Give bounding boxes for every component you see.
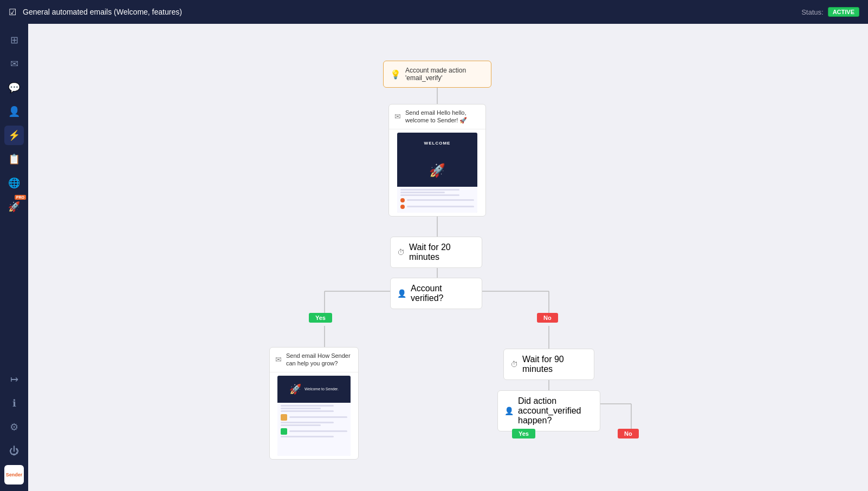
yes-badge-1[interactable]: Yes [309, 313, 332, 323]
wait-2-clock-icon: ⏱ [510, 360, 518, 369]
reports-icon: 📋 [8, 153, 20, 165]
info-icon: ℹ [12, 397, 16, 409]
sidebar-item-chat[interactable]: 💬 [4, 78, 24, 97]
email-preview-row-2 [400, 205, 474, 209]
import-icon: ↦ [10, 374, 18, 385]
email-1-preview-rocket: 🚀 [397, 154, 477, 187]
email-preview-circle-2 [400, 205, 405, 209]
condition-2-text: Did action account_verified happen? [518, 396, 593, 425]
email-2-line-4 [281, 422, 334, 423]
sidebar-item-info[interactable]: ℹ [4, 394, 24, 413]
automation-icon: ⚡ [8, 129, 20, 141]
dashboard-icon: ⊞ [10, 34, 18, 46]
sidebar-item-import[interactable]: ↦ [4, 370, 24, 389]
email-preview-row-line-2 [407, 206, 474, 207]
email-preview-row-line-1 [407, 199, 474, 201]
email-2-icon: ✉ [275, 355, 282, 364]
sidebar-item-globe[interactable]: 🌐 [4, 173, 24, 193]
sidebar-item-reports[interactable]: 📋 [4, 149, 24, 169]
email-1-preview-body [397, 187, 477, 213]
email-2-preview-header: 🚀 Welcome to Sender. [277, 376, 351, 403]
wait-1-node[interactable]: ⏱ Wait for 20 minutes [390, 237, 482, 268]
email-2-line-3 [281, 410, 334, 412]
condition-2-icon: 👤 [504, 407, 514, 415]
yes-badge-2[interactable]: Yes [512, 429, 535, 438]
email-1-icon: ✉ [394, 112, 401, 121]
topbar: ☑ General automated emails (Welcome, fea… [0, 0, 868, 24]
wait-2-text: Wait for 90 minutes [522, 355, 587, 374]
power-icon: ⏻ [9, 446, 19, 457]
email-2-icon-sq2 [281, 428, 287, 435]
pro-icon: 🚀 [8, 201, 20, 213]
sender-logo: Sender [4, 465, 24, 485]
email-icon: ✉ [10, 58, 18, 70]
topbar-logo-icon: ☑ [9, 7, 16, 17]
sidebar-item-automation[interactable]: ⚡ [4, 126, 24, 145]
email-2-line-5 [281, 424, 321, 426]
topbar-title: General automated emails (Welcome, featu… [23, 8, 182, 16]
sidebar-item-pro[interactable]: 🚀 [4, 197, 24, 217]
sidebar-bottom: ↦ ℹ ⚙ ⏻ Sender [4, 370, 24, 485]
email-preview-circle-1 [400, 198, 405, 202]
condition-1-text: Account verified? [411, 284, 475, 303]
sidebar: ⊞ ✉ 💬 👤 ⚡ 📋 🌐 🚀 ↦ ℹ ⚙ ⏻ Sender [0, 24, 28, 491]
wait-2-node[interactable]: ⏱ Wait for 90 minutes [503, 349, 594, 380]
contacts-icon: 👤 [8, 106, 20, 117]
email-2-preview: 🚀 Welcome to Sender. [277, 376, 351, 456]
condition-2-node[interactable]: 👤 Did action account_verified happen? [497, 390, 600, 431]
sidebar-item-power[interactable]: ⏻ [4, 441, 24, 461]
email-1-preview-title: WELCOME [397, 133, 477, 154]
send-email-2-header: ✉ Send email How Sender can help you gro… [270, 348, 358, 372]
email-2-preview-title: Welcome to Sender. [305, 387, 339, 391]
email-preview-line-2 [400, 192, 445, 193]
no-badge-2[interactable]: No [618, 429, 639, 438]
email-2-line-6 [281, 436, 334, 437]
flow-canvas: 💡 Account made action 'email_verify' ✉ S… [28, 24, 787, 491]
globe-icon: 🌐 [8, 177, 20, 189]
send-email-1-node[interactable]: ✉ Send email Hello hello, welcome to Sen… [388, 104, 486, 217]
email-2-line-2 [281, 408, 321, 409]
wait-1-text: Wait for 20 minutes [409, 243, 475, 262]
email-2-row-line-2 [289, 430, 347, 432]
settings-icon: ⚙ [10, 421, 18, 433]
send-email-2-text: Send email How Sender can help you grow? [286, 352, 353, 368]
email-preview-line-1 [400, 189, 459, 191]
sidebar-item-dashboard[interactable]: ⊞ [4, 30, 24, 50]
send-email-1-header: ✉ Send email Hello hello, welcome to Sen… [389, 104, 485, 129]
email-2-line-1 [281, 405, 334, 407]
sender-logo-text: Sender [6, 472, 23, 477]
email-2-icon-sq [281, 414, 287, 421]
wait-1-clock-icon: ⏱ [397, 248, 405, 257]
email-1-preview: WELCOME 🚀 [397, 133, 477, 213]
send-email-2-node[interactable]: ✉ Send email How Sender can help you gro… [269, 347, 359, 460]
email-2-preview-body [277, 403, 351, 456]
trigger-icon: 💡 [390, 69, 401, 80]
no-badge-1[interactable]: No [537, 313, 558, 323]
send-email-1-text: Send email Hello hello, welcome to Sende… [405, 109, 480, 125]
flow-canvas-container[interactable]: 💡 Account made action 'email_verify' ✉ S… [28, 24, 868, 491]
sidebar-item-contacts[interactable]: 👤 [4, 102, 24, 121]
condition-1-icon: 👤 [397, 289, 406, 298]
email-2-row-line-1 [289, 416, 347, 418]
status-badge: ACTIVE [828, 7, 859, 17]
trigger-node[interactable]: 💡 Account made action 'email_verify' [383, 61, 491, 88]
status-container: Status: ACTIVE [801, 7, 859, 17]
email-preview-line-3 [400, 194, 459, 196]
trigger-text: Account made action 'email_verify' [405, 67, 484, 82]
condition-1-node[interactable]: 👤 Account verified? [390, 278, 482, 309]
email-preview-row-1 [400, 198, 474, 202]
status-label: Status: [801, 8, 823, 16]
chat-icon: 💬 [8, 82, 20, 94]
sidebar-item-settings[interactable]: ⚙ [4, 417, 24, 437]
sidebar-item-email[interactable]: ✉ [4, 54, 24, 74]
